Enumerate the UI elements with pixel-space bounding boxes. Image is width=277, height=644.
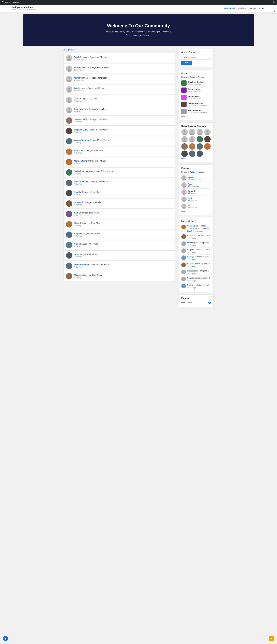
activity-name[interactable]: Edward — [74, 66, 81, 68]
svg-point-7 — [68, 77, 70, 80]
search-forums-input[interactable] — [181, 55, 211, 60]
activity-action: Changed Their Photo — [78, 253, 97, 256]
members-more-link[interactable]: More › — [181, 210, 186, 212]
activity-name[interactable]: Keir Dullea — [74, 149, 85, 152]
activity-name[interactable]: Angela — [74, 232, 81, 235]
activity-time: A Day Ago — [74, 266, 173, 268]
forum-name[interactable]: Public Forum — [181, 302, 192, 304]
login-link[interactable]: Log In — [5, 1, 11, 4]
activity-name[interactable]: Farah — [74, 56, 80, 58]
svg-point-34 — [191, 138, 193, 140]
activity-item: Jason Chaffetz Changed Their Photo A Day… — [64, 116, 175, 126]
group-item: The Godfather active 2 months, 2 weeks a… — [181, 108, 211, 115]
update-username[interactable]: Margaret — [187, 277, 194, 279]
recently-active-member[interactable] — [181, 136, 188, 142]
update-username[interactable]: Madelyn — [187, 256, 194, 258]
recently-active-member[interactable] — [181, 129, 188, 135]
activity-name[interactable]: Stephen Curry — [74, 128, 88, 131]
member-name[interactable]: Farah — [188, 183, 199, 185]
update-text: Maverick posted an update 2 months ago — [187, 262, 211, 268]
activity-name[interactable]: Alex — [74, 243, 78, 245]
nav-news-feed[interactable]: News Feed — [224, 7, 235, 10]
activity-name[interactable]: Amna — [74, 212, 80, 214]
recently-active-member[interactable] — [181, 143, 188, 150]
members-tab-popular[interactable]: Popular — [198, 171, 204, 173]
activity-name[interactable]: Mark — [74, 77, 79, 79]
members-tab-active[interactable]: Active — [190, 171, 195, 173]
member-name[interactable]: admin — [188, 176, 201, 178]
recently-active-more[interactable]: More › — [181, 158, 186, 160]
activity-name[interactable]: Vernon Dahmer — [74, 264, 89, 266]
activity-name[interactable]: Matraca Berg — [74, 160, 87, 162]
recently-active-member[interactable] — [197, 136, 203, 142]
search-icon-top[interactable]: 🔍 — [273, 1, 275, 4]
recently-active-member[interactable] — [181, 150, 188, 157]
groups-tab-newest[interactable]: Newest — [181, 76, 187, 78]
member-info: Mark 18 hours ago — [188, 197, 197, 201]
update-username[interactable]: Madelyn — [187, 284, 194, 286]
groups-more-link[interactable]: More › — [181, 116, 186, 118]
group-name[interactable]: The Godfather — [188, 109, 209, 112]
activity-name[interactable]: Vernon Dahmer — [74, 139, 89, 141]
recently-active-member[interactable] — [197, 150, 203, 157]
member-name[interactable]: Edward — [188, 190, 197, 192]
update-username[interactable]: Maverick — [187, 234, 194, 236]
search-forums-button[interactable]: Search — [181, 61, 192, 65]
groups-tab-active[interactable]: Active — [190, 76, 195, 78]
groups-tab-popular[interactable]: Popular — [198, 76, 204, 78]
update-username[interactable]: Seamus — [187, 270, 194, 272]
group-name[interactable]: Sherlock Holmes — [188, 102, 209, 104]
member-name[interactable]: zen — [188, 204, 197, 206]
activity-name[interactable]: Dale — [74, 98, 78, 100]
activity-name[interactable]: Jason Chaffetz — [74, 118, 88, 120]
update-item: Maverick posted an update 2 months ago — [181, 262, 211, 269]
activity-item: Mark Became a Registered Member 18 Hours… — [64, 74, 175, 84]
update-username[interactable]: Matraca Berg — [187, 225, 198, 227]
activity-time: A Day Ago — [74, 276, 173, 278]
register-link[interactable]: Register — [12, 1, 19, 4]
activity-name[interactable]: Zen — [74, 87, 78, 90]
recently-active-member[interactable] — [197, 143, 203, 150]
activity-name[interactable]: MaliVai Washington — [74, 170, 93, 172]
activity-name[interactable]: Smartsoft — [74, 201, 83, 204]
activity-name[interactable]: Dale — [74, 108, 78, 110]
update-username[interactable]: Maverick — [187, 263, 194, 265]
update-item: Matraca Berg posted an update in the gro… — [181, 224, 211, 234]
activity-name[interactable]: IMS — [74, 253, 78, 256]
recently-active-member[interactable] — [189, 143, 195, 150]
all-updates-heading[interactable]: All Updates — [64, 48, 175, 51]
member-info: zen 19 hours ago — [188, 204, 197, 208]
recently-active-member[interactable] — [204, 136, 211, 142]
nav-groups[interactable]: Groups — [249, 7, 256, 10]
nav-members[interactable]: Members — [238, 7, 246, 10]
group-name[interactable]: Graphics Designer — [188, 81, 205, 83]
activity-name[interactable]: Maverick — [74, 274, 83, 276]
members-tab-newest[interactable]: Newest — [181, 171, 187, 173]
group-name[interactable]: Programmers — [188, 95, 201, 97]
recently-active-member[interactable] — [189, 150, 195, 157]
activity-name[interactable]: Ron Faucheux — [74, 180, 88, 183]
group-avatar — [181, 109, 186, 114]
activity-text: Keir Dullea Changed Their Photo A Day Ag… — [74, 149, 173, 154]
svg-point-31 — [183, 138, 186, 140]
activity-name[interactable]: Ankitha — [74, 191, 81, 193]
activity-action: Changed Their Photo — [85, 149, 104, 152]
recently-active-member[interactable] — [189, 129, 195, 135]
recently-active-member[interactable] — [204, 129, 211, 135]
recently-active-member[interactable] — [197, 129, 203, 135]
recently-active-member[interactable] — [189, 136, 195, 142]
update-username[interactable]: Margaret — [187, 249, 194, 251]
settings-gear[interactable]: ⚙ — [272, 9, 277, 14]
activity-text: Amna Changed Their Photo A Day Ago — [74, 212, 173, 216]
group-info: Graphics Designer active 2 weeks ago — [188, 81, 205, 85]
recently-active-member[interactable] — [204, 143, 211, 150]
activity-name[interactable]: Mukesh — [74, 222, 82, 224]
member-name[interactable]: Mark — [188, 197, 197, 199]
group-active-time: active 2 weeks ago — [188, 83, 205, 85]
nav-forums[interactable]: Forums — [259, 7, 265, 10]
hero-line1: Join to our community and start discussi… — [26, 30, 251, 34]
member-info: admin a few seconds ago — [188, 176, 201, 180]
activity-item: Ankitha Changed Their Photo A Day Ago — [64, 188, 175, 198]
update-username[interactable]: Seamus — [187, 242, 194, 244]
group-name[interactable]: Game Lovers — [188, 88, 201, 90]
